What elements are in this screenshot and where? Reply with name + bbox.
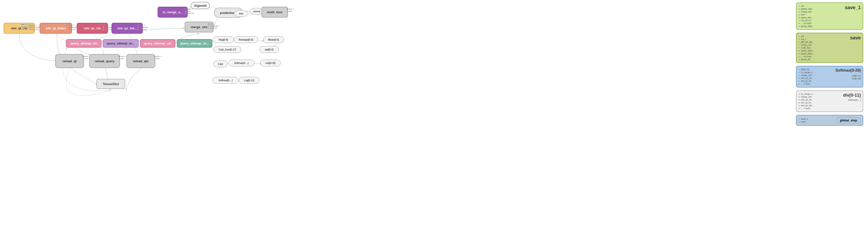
reload-query-label: reload_query	[95, 59, 115, 63]
add-node[interactable]: add[0-5]	[259, 46, 279, 53]
query-attenqc-cls-node[interactable]: query_attenqc_cls	[140, 39, 175, 48]
sigmoid-label: Sigmoid	[194, 4, 206, 7]
sim-qt-token-label: sim_qt_token	[46, 26, 66, 30]
reshape-node[interactable]: Reshape[0-5]	[234, 36, 258, 43]
reload-qt-node[interactable]: reload_qt save_1 save	[55, 54, 84, 68]
global-step-label: global_step	[836, 117, 861, 123]
axis-node[interactable]: axis	[234, 10, 248, 17]
softmax29-card[interactable]: div[0-11] ts_merge_s... merge_sim sim_qc…	[796, 66, 863, 87]
div11-title: div[0-11]	[843, 93, 861, 98]
save1-card[interactable]: init global_step merge_sim loss query_at…	[796, 2, 863, 30]
reload-qt-label: reload_qt	[63, 59, 77, 63]
reload-qtc-node[interactable]: reload_qtc save_1 save	[126, 54, 155, 68]
tensor-dict-label: TensorDict	[103, 82, 119, 86]
query-attenqt-cls-label: query_attenqt_cls	[70, 42, 97, 45]
cast-sum-node[interactable]: Cast_Sum[0-17]	[214, 46, 241, 53]
div11-items: ts_merge_s... merge_sim sim_qc_cls sim_q…	[799, 93, 814, 110]
mul-node[interactable]: mul[0-29]	[260, 60, 281, 66]
multi-loss-node[interactable]: multi_loss save_1 save	[261, 7, 288, 18]
sigmoid-node[interactable]: Sigmoid	[191, 2, 210, 9]
ts-merge-s-node[interactable]: ts_merge_s... save_1 save div[0-11]	[158, 7, 188, 18]
reload-qtc-label: reload_qtc	[133, 59, 149, 63]
neg-node[interactable]: Neg[0-8]	[213, 36, 234, 43]
global-step-items: save_1 save	[799, 118, 808, 123]
query-attenqc-to-label: query_attenqc_to...	[180, 42, 209, 45]
multi-loss-label: multi_loss	[267, 10, 282, 14]
save-card[interactable]: init init_1 glb_tail_tab... merge_sim mu…	[796, 33, 863, 63]
sim-qc-tok-label: sim_qc_tok...	[117, 26, 137, 30]
graph-canvas: sim_qt_cls save_1 Softmax[0... div[0-11]…	[0, 0, 868, 249]
save-items: init init_1 glb_tail_tab... merge_sim mu…	[799, 35, 814, 61]
merge-sim-label: merge_sim	[191, 25, 208, 29]
query-attenqt-to-label: query_attenqt_to...	[107, 42, 134, 45]
side-panel: init global_step merge_sim loss query_at…	[796, 2, 863, 126]
ts-merge-s-label: ts_merge_s...	[163, 10, 183, 14]
sim-qc-cls-node[interactable]: sim_qc_cls save_1 Softmax[0... div[0-11]	[77, 23, 108, 34]
query-attenqt-to-node[interactable]: query_attenqt_to...	[103, 39, 139, 48]
query-attenqt-cls-node[interactable]: query_attenqt_cls	[66, 39, 101, 48]
softmax29-items: div[0-11] ts_merge_s... merge_sim sim_qc…	[799, 68, 814, 85]
softmax-mul-node[interactable]: Softmax[0-...]	[228, 60, 254, 66]
global-step-card[interactable]: save_1 save global_step	[796, 115, 863, 126]
edges-layer	[0, 0, 868, 249]
tensor-dict-node[interactable]: TensorDict	[96, 79, 125, 89]
query-attenqc-to-node[interactable]: query_attenqc_to...	[177, 39, 212, 48]
save1-title: save_1	[845, 5, 861, 10]
merge-sim-node[interactable]: merge_sim save_1 Softmax[0-... div[0-11]	[185, 22, 214, 32]
save-title: save	[850, 35, 861, 40]
cast-node[interactable]: Cast	[214, 61, 227, 67]
sim-qc-tok-node[interactable]: sim_qc_tok... save_1 Softmax[0... div[0-…	[112, 23, 143, 34]
sim-qt-token-node[interactable]: sim_qt_token save_1 Softmax[0... div[0-1…	[39, 23, 72, 34]
mean-node[interactable]: Mean[0-5]	[263, 36, 284, 43]
div11-card[interactable]: ts_merge_s... merge_sim sim_qc_cls sim_q…	[796, 90, 863, 112]
save1-items: init global_step merge_sim loss query_at…	[799, 5, 813, 27]
reload-query-node[interactable]: reload_query save_1 save	[89, 54, 120, 68]
sim-qc-cls-label: sim_qc_cls	[84, 26, 101, 30]
softmax-log-node[interactable]: Softmax[0-...]	[213, 77, 239, 84]
softmax29-title: Softmax[0-29]	[835, 68, 861, 73]
log-node[interactable]: Log[0-11]	[239, 77, 259, 84]
query-attenqc-cls-label: query_attenqc_cls	[144, 42, 171, 45]
